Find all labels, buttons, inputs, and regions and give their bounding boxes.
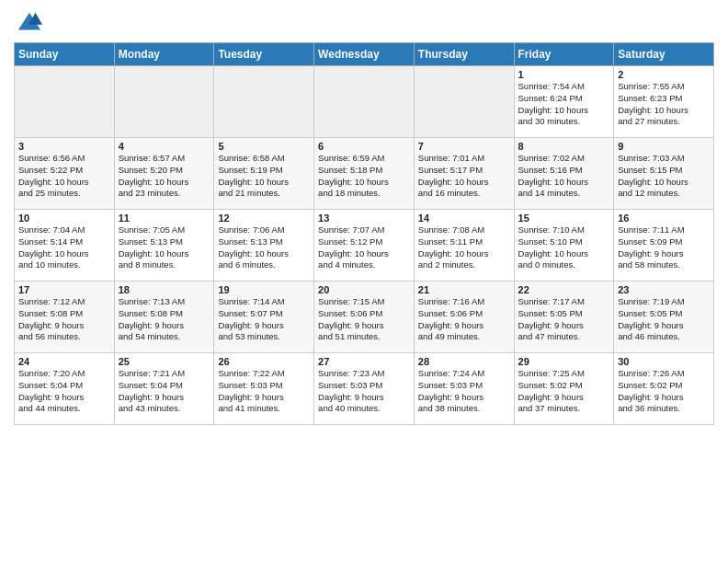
day-cell: 25Sunrise: 7:21 AM Sunset: 5:04 PM Dayli… xyxy=(114,353,214,425)
day-number: 5 xyxy=(218,141,310,152)
day-cell: 8Sunrise: 7:02 AM Sunset: 5:16 PM Daylig… xyxy=(514,138,614,210)
day-number: 22 xyxy=(518,284,610,295)
day-info: Sunrise: 7:54 AM Sunset: 6:24 PM Dayligh… xyxy=(518,81,610,128)
week-row-2: 3Sunrise: 6:56 AM Sunset: 5:22 PM Daylig… xyxy=(15,138,714,210)
day-info: Sunrise: 7:01 AM Sunset: 5:17 PM Dayligh… xyxy=(418,153,510,200)
day-info: Sunrise: 7:08 AM Sunset: 5:11 PM Dayligh… xyxy=(418,224,510,271)
day-cell: 19Sunrise: 7:14 AM Sunset: 5:07 PM Dayli… xyxy=(214,282,314,353)
day-cell: 9Sunrise: 7:03 AM Sunset: 5:15 PM Daylig… xyxy=(614,138,714,210)
day-info: Sunrise: 7:23 AM Sunset: 5:03 PM Dayligh… xyxy=(318,368,410,415)
logo-icon xyxy=(17,9,42,35)
weekday-header-wednesday: Wednesday xyxy=(314,43,415,66)
day-info: Sunrise: 7:05 AM Sunset: 5:13 PM Dayligh… xyxy=(119,224,210,271)
day-info: Sunrise: 7:03 AM Sunset: 5:15 PM Dayligh… xyxy=(618,153,710,200)
day-cell xyxy=(414,66,514,138)
day-number: 13 xyxy=(318,213,410,224)
day-number: 3 xyxy=(18,141,110,152)
day-cell: 21Sunrise: 7:16 AM Sunset: 5:06 PM Dayli… xyxy=(414,282,514,353)
day-cell: 22Sunrise: 7:17 AM Sunset: 5:05 PM Dayli… xyxy=(514,282,614,353)
week-row-1: 1Sunrise: 7:54 AM Sunset: 6:24 PM Daylig… xyxy=(15,66,714,138)
logo xyxy=(14,9,42,35)
day-number: 23 xyxy=(618,284,710,295)
day-info: Sunrise: 7:11 AM Sunset: 5:09 PM Dayligh… xyxy=(618,224,710,271)
day-number: 19 xyxy=(218,284,310,295)
day-number: 29 xyxy=(518,356,610,367)
day-cell xyxy=(114,66,214,138)
day-info: Sunrise: 7:22 AM Sunset: 5:03 PM Dayligh… xyxy=(218,368,310,415)
day-cell xyxy=(15,66,115,138)
day-cell: 28Sunrise: 7:24 AM Sunset: 5:03 PM Dayli… xyxy=(414,353,514,425)
day-cell: 5Sunrise: 6:58 AM Sunset: 5:19 PM Daylig… xyxy=(214,138,314,210)
day-info: Sunrise: 7:07 AM Sunset: 5:12 PM Dayligh… xyxy=(318,224,410,271)
day-cell: 20Sunrise: 7:15 AM Sunset: 5:06 PM Dayli… xyxy=(314,282,415,353)
day-number: 21 xyxy=(418,284,510,295)
day-info: Sunrise: 7:24 AM Sunset: 5:03 PM Dayligh… xyxy=(418,368,510,415)
day-cell: 15Sunrise: 7:10 AM Sunset: 5:10 PM Dayli… xyxy=(514,210,614,282)
day-cell: 2Sunrise: 7:55 AM Sunset: 6:23 PM Daylig… xyxy=(614,66,714,138)
day-cell: 27Sunrise: 7:23 AM Sunset: 5:03 PM Dayli… xyxy=(314,353,415,425)
day-info: Sunrise: 6:58 AM Sunset: 5:19 PM Dayligh… xyxy=(218,153,310,200)
weekday-header-thursday: Thursday xyxy=(414,43,514,66)
day-cell: 3Sunrise: 6:56 AM Sunset: 5:22 PM Daylig… xyxy=(15,138,115,210)
day-cell xyxy=(314,66,415,138)
header xyxy=(14,9,714,35)
day-number: 26 xyxy=(218,356,310,367)
day-cell: 24Sunrise: 7:20 AM Sunset: 5:04 PM Dayli… xyxy=(15,353,115,425)
day-number: 24 xyxy=(18,356,110,367)
day-cell: 13Sunrise: 7:07 AM Sunset: 5:12 PM Dayli… xyxy=(314,210,415,282)
day-number: 9 xyxy=(618,141,710,152)
day-info: Sunrise: 7:16 AM Sunset: 5:06 PM Dayligh… xyxy=(418,296,510,343)
day-cell: 26Sunrise: 7:22 AM Sunset: 5:03 PM Dayli… xyxy=(214,353,314,425)
day-number: 28 xyxy=(418,356,510,367)
day-info: Sunrise: 6:57 AM Sunset: 5:20 PM Dayligh… xyxy=(119,153,210,200)
day-cell: 16Sunrise: 7:11 AM Sunset: 5:09 PM Dayli… xyxy=(614,210,714,282)
day-number: 12 xyxy=(218,213,310,224)
day-number: 20 xyxy=(318,284,410,295)
week-row-3: 10Sunrise: 7:04 AM Sunset: 5:14 PM Dayli… xyxy=(15,210,714,282)
page-container: SundayMondayTuesdayWednesdayThursdayFrid… xyxy=(0,0,728,434)
day-number: 4 xyxy=(119,141,210,152)
day-cell: 14Sunrise: 7:08 AM Sunset: 5:11 PM Dayli… xyxy=(414,210,514,282)
day-info: Sunrise: 7:17 AM Sunset: 5:05 PM Dayligh… xyxy=(518,296,610,343)
weekday-header-friday: Friday xyxy=(514,43,614,66)
day-info: Sunrise: 7:20 AM Sunset: 5:04 PM Dayligh… xyxy=(18,368,110,415)
day-info: Sunrise: 7:06 AM Sunset: 5:13 PM Dayligh… xyxy=(218,224,310,271)
day-cell: 18Sunrise: 7:13 AM Sunset: 5:08 PM Dayli… xyxy=(114,282,214,353)
day-number: 15 xyxy=(518,213,610,224)
day-number: 16 xyxy=(618,213,710,224)
day-cell: 4Sunrise: 6:57 AM Sunset: 5:20 PM Daylig… xyxy=(114,138,214,210)
day-number: 1 xyxy=(518,69,610,80)
day-info: Sunrise: 7:55 AM Sunset: 6:23 PM Dayligh… xyxy=(618,81,710,128)
day-info: Sunrise: 7:26 AM Sunset: 5:02 PM Dayligh… xyxy=(618,368,710,415)
day-info: Sunrise: 6:56 AM Sunset: 5:22 PM Dayligh… xyxy=(18,153,110,200)
weekday-header-saturday: Saturday xyxy=(614,43,714,66)
week-row-4: 17Sunrise: 7:12 AM Sunset: 5:08 PM Dayli… xyxy=(15,282,714,353)
logo-text xyxy=(14,9,42,35)
day-info: Sunrise: 7:04 AM Sunset: 5:14 PM Dayligh… xyxy=(18,224,110,271)
day-cell xyxy=(214,66,314,138)
day-number: 14 xyxy=(418,213,510,224)
day-number: 2 xyxy=(618,69,710,80)
day-cell: 10Sunrise: 7:04 AM Sunset: 5:14 PM Dayli… xyxy=(15,210,115,282)
day-number: 17 xyxy=(18,284,110,295)
day-cell: 1Sunrise: 7:54 AM Sunset: 6:24 PM Daylig… xyxy=(514,66,614,138)
day-info: Sunrise: 7:10 AM Sunset: 5:10 PM Dayligh… xyxy=(518,224,610,271)
day-number: 10 xyxy=(18,213,110,224)
day-number: 7 xyxy=(418,141,510,152)
day-cell: 7Sunrise: 7:01 AM Sunset: 5:17 PM Daylig… xyxy=(414,138,514,210)
day-cell: 30Sunrise: 7:26 AM Sunset: 5:02 PM Dayli… xyxy=(614,353,714,425)
day-number: 18 xyxy=(119,284,210,295)
day-info: Sunrise: 7:15 AM Sunset: 5:06 PM Dayligh… xyxy=(318,296,410,343)
day-cell: 23Sunrise: 7:19 AM Sunset: 5:05 PM Dayli… xyxy=(614,282,714,353)
day-info: Sunrise: 7:19 AM Sunset: 5:05 PM Dayligh… xyxy=(618,296,710,343)
day-info: Sunrise: 7:25 AM Sunset: 5:02 PM Dayligh… xyxy=(518,368,610,415)
day-info: Sunrise: 7:21 AM Sunset: 5:04 PM Dayligh… xyxy=(119,368,210,415)
day-number: 6 xyxy=(318,141,410,152)
day-cell: 12Sunrise: 7:06 AM Sunset: 5:13 PM Dayli… xyxy=(214,210,314,282)
day-cell: 29Sunrise: 7:25 AM Sunset: 5:02 PM Dayli… xyxy=(514,353,614,425)
day-info: Sunrise: 7:13 AM Sunset: 5:08 PM Dayligh… xyxy=(119,296,210,343)
day-info: Sunrise: 7:14 AM Sunset: 5:07 PM Dayligh… xyxy=(218,296,310,343)
day-info: Sunrise: 7:02 AM Sunset: 5:16 PM Dayligh… xyxy=(518,153,610,200)
weekday-header-row: SundayMondayTuesdayWednesdayThursdayFrid… xyxy=(15,43,714,66)
day-number: 8 xyxy=(518,141,610,152)
